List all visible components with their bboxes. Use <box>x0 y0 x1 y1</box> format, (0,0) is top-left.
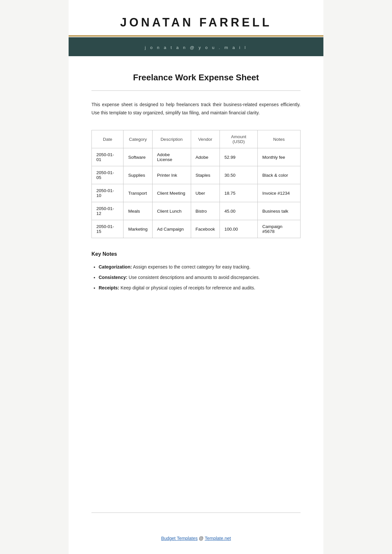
key-notes-title: Key Notes <box>91 251 301 257</box>
table-cell-2-3: Uber <box>191 184 220 202</box>
table-cell-4-2: Ad Campaign <box>152 220 191 238</box>
budget-templates-link[interactable]: Budget Templates <box>161 536 198 541</box>
table-cell-4-3: Facebook <box>191 220 220 238</box>
main-content: Freelance Work Expense Sheet This expens… <box>69 56 323 526</box>
table-row: 2050-01-12MealsClient LunchBistro45.00Bu… <box>92 202 301 220</box>
email-bar: j o n a t a n @ y o u . m a i l <box>69 39 323 56</box>
col-header-description: Description <box>152 130 191 148</box>
table-cell-0-5: Monthly fee <box>257 148 300 166</box>
table-header-row: Date Category Description Vendor Amount … <box>92 130 301 148</box>
table-cell-4-1: Marketing <box>123 220 152 238</box>
table-cell-3-0: 2050-01-12 <box>92 202 123 220</box>
table-cell-4-5: Campaign #5678 <box>257 220 300 238</box>
expense-table: Date Category Description Vendor Amount … <box>91 130 301 238</box>
key-notes-list: Categorization: Assign expenses to the c… <box>91 262 301 292</box>
table-cell-0-1: Software <box>123 148 152 166</box>
table-row: 2050-01-15MarketingAd CampaignFacebook10… <box>92 220 301 238</box>
document-title: Freelance Work Expense Sheet <box>91 73 301 83</box>
key-note-item-2: Receipts: Keep digital or physical copie… <box>99 283 301 292</box>
col-header-notes: Notes <box>257 130 300 148</box>
table-cell-0-4: 52.99 <box>220 148 257 166</box>
footer: Budget Templates @ Template.net <box>69 526 323 554</box>
table-cell-3-3: Bistro <box>191 202 220 220</box>
table-cell-4-4: 100.00 <box>220 220 257 238</box>
table-cell-1-0: 2050-01-05 <box>92 166 123 184</box>
table-cell-3-4: 45.00 <box>220 202 257 220</box>
table-cell-3-5: Business talk <box>257 202 300 220</box>
table-cell-0-0: 2050-01-01 <box>92 148 123 166</box>
table-cell-3-1: Meals <box>123 202 152 220</box>
page: JONATAN FARRELL j o n a t a n @ y o u . … <box>69 0 323 554</box>
table-cell-3-2: Client Lunch <box>152 202 191 220</box>
table-cell-1-4: 30.50 <box>220 166 257 184</box>
table-cell-1-3: Staples <box>191 166 220 184</box>
footer-links: Budget Templates @ Template.net <box>88 536 304 541</box>
col-header-vendor: Vendor <box>191 130 220 148</box>
table-cell-1-5: Black & color <box>257 166 300 184</box>
divider-gold <box>69 35 323 37</box>
table-cell-2-2: Client Meeting <box>152 184 191 202</box>
table-cell-2-5: Invoice #1234 <box>257 184 300 202</box>
col-header-category: Category <box>123 130 152 148</box>
key-note-item-1: Consistency: Use consistent descriptions… <box>99 273 301 282</box>
key-notes-section: Key Notes Categorization: Assign expense… <box>91 251 301 294</box>
table-row: 2050-01-10TransportClient MeetingUber18.… <box>92 184 301 202</box>
table-cell-2-4: 18.75 <box>220 184 257 202</box>
title-divider <box>91 90 301 91</box>
table-cell-1-1: Supplies <box>123 166 152 184</box>
table-row: 2050-01-01SoftwareAdobe LicenseAdobe52.9… <box>92 148 301 166</box>
col-header-amount: Amount (USD) <box>220 130 257 148</box>
intro-paragraph: This expense sheet is designed to help f… <box>91 101 301 117</box>
bottom-divider <box>91 513 301 513</box>
header-divider <box>69 35 323 39</box>
author-email: j o n a t a n @ y o u . m a i l <box>145 45 247 50</box>
table-cell-0-3: Adobe <box>191 148 220 166</box>
table-row: 2050-01-05SuppliesPrinter InkStaples30.5… <box>92 166 301 184</box>
key-note-item-0: Categorization: Assign expenses to the c… <box>99 262 301 271</box>
table-cell-2-0: 2050-01-10 <box>92 184 123 202</box>
footer-separator: @ <box>198 536 205 541</box>
template-net-link[interactable]: Template.net <box>205 536 231 541</box>
table-cell-0-2: Adobe License <box>152 148 191 166</box>
header-name-section: JONATAN FARRELL <box>69 0 323 29</box>
table-cell-2-1: Transport <box>123 184 152 202</box>
table-cell-1-2: Printer Ink <box>152 166 191 184</box>
author-name: JONATAN FARRELL <box>88 16 304 29</box>
table-cell-4-0: 2050-01-15 <box>92 220 123 238</box>
col-header-date: Date <box>92 130 123 148</box>
